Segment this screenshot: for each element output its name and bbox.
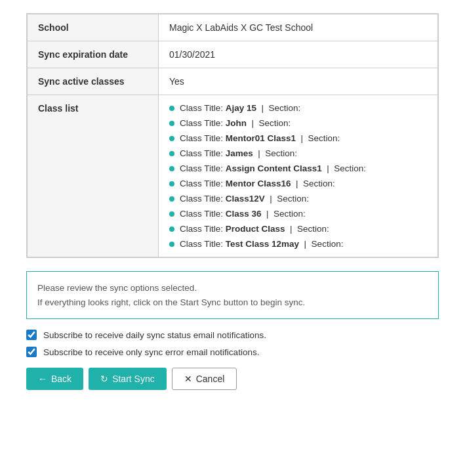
school-value: Magic X LabAids X GC Test School: [159, 14, 438, 41]
list-item: Class Title: Class 36 | Section:: [169, 209, 424, 219]
expiration-label: Sync expiration date: [28, 41, 159, 68]
list-item: Class Title: Product Class | Section:: [169, 224, 424, 234]
back-arrow-icon: ←: [38, 374, 47, 384]
list-item: Class Title: Test Class 12may | Section:: [169, 239, 424, 249]
list-item: Class Title: Assign Content Class1 | Sec…: [169, 163, 424, 173]
subscribe-error-checkbox[interactable]: [26, 347, 37, 357]
class-text: Class Title: John | Section:: [180, 118, 291, 128]
class-text: Class Title: Mentor Class16 | Section:: [180, 179, 335, 188]
class-dot: [169, 211, 174, 217]
start-sync-button[interactable]: ↻ Start Sync: [89, 368, 167, 390]
class-dot: [169, 181, 174, 186]
class-list-label: Class list: [28, 95, 159, 257]
class-dot: [169, 196, 174, 202]
info-line2: If everything looks right, click on the …: [37, 295, 428, 310]
class-text: Class Title: James | Section:: [180, 148, 297, 158]
class-text: Class Title: Product Class | Section:: [180, 224, 329, 234]
subscribe-error-label: Subscribe to receive only sync error ema…: [43, 347, 259, 357]
checkbox-row-2: Subscribe to receive only sync error ema…: [26, 347, 439, 357]
info-table: School Magic X LabAids X GC Test School …: [26, 13, 439, 258]
cancel-icon: ✕: [184, 374, 192, 384]
list-item: Class Title: Class12V | Section:: [169, 194, 424, 204]
class-dot: [169, 242, 174, 247]
table-row-class-list: Class list Class Title: Ajay 15 | Sectio…: [28, 95, 438, 257]
active-classes-label: Sync active classes: [28, 68, 159, 95]
expiration-value: 01/30/2021: [159, 41, 438, 68]
class-dot: [169, 121, 174, 126]
subscribe-daily-label: Subscribe to receive daily sync status e…: [43, 330, 266, 340]
class-text: Class Title: Class 36 | Section:: [180, 209, 306, 219]
back-button[interactable]: ← Back: [26, 368, 83, 390]
list-item: Class Title: James | Section:: [169, 148, 424, 158]
table-row-expiration: Sync expiration date 01/30/2021: [28, 41, 438, 68]
cancel-label: Cancel: [196, 374, 225, 384]
table-row-active-classes: Sync active classes Yes: [28, 68, 438, 95]
checkbox-row-1: Subscribe to receive daily sync status e…: [26, 330, 439, 340]
class-list: Class Title: Ajay 15 | Section: Class Ti…: [169, 103, 424, 249]
class-text: Class Title: Ajay 15 | Section:: [180, 103, 300, 113]
school-label: School: [28, 14, 159, 41]
start-sync-label: Start Sync: [112, 374, 155, 384]
subscribe-daily-checkbox[interactable]: [26, 330, 37, 340]
list-item: Class Title: John | Section:: [169, 118, 424, 128]
main-container: School Magic X LabAids X GC Test School …: [26, 13, 439, 390]
class-dot: [169, 227, 174, 232]
active-classes-value: Yes: [159, 68, 438, 95]
class-text: Class Title: Test Class 12may | Section:: [180, 239, 343, 249]
cancel-button[interactable]: ✕ Cancel: [172, 368, 237, 390]
info-box: Please review the sync options selected.…: [26, 271, 439, 319]
info-line1: Please review the sync options selected.: [37, 281, 428, 295]
button-row: ← Back ↻ Start Sync ✕ Cancel: [26, 368, 439, 390]
back-button-label: Back: [51, 374, 71, 384]
class-dot: [169, 136, 174, 141]
class-dot: [169, 166, 174, 171]
class-text: Class Title: Assign Content Class1 | Sec…: [180, 163, 366, 173]
class-dot: [169, 151, 174, 156]
class-dot: [169, 106, 174, 111]
class-list-cell[interactable]: Class Title: Ajay 15 | Section: Class Ti…: [159, 95, 438, 257]
class-text: Class Title: Mentor01 Class1 | Section:: [180, 133, 340, 143]
table-row-school: School Magic X LabAids X GC Test School: [28, 14, 438, 41]
sync-icon: ↻: [100, 374, 108, 384]
list-item: Class Title: Ajay 15 | Section:: [169, 103, 424, 113]
list-item: Class Title: Mentor Class16 | Section:: [169, 179, 424, 188]
class-text: Class Title: Class12V | Section:: [180, 194, 309, 204]
list-item: Class Title: Mentor01 Class1 | Section:: [169, 133, 424, 143]
